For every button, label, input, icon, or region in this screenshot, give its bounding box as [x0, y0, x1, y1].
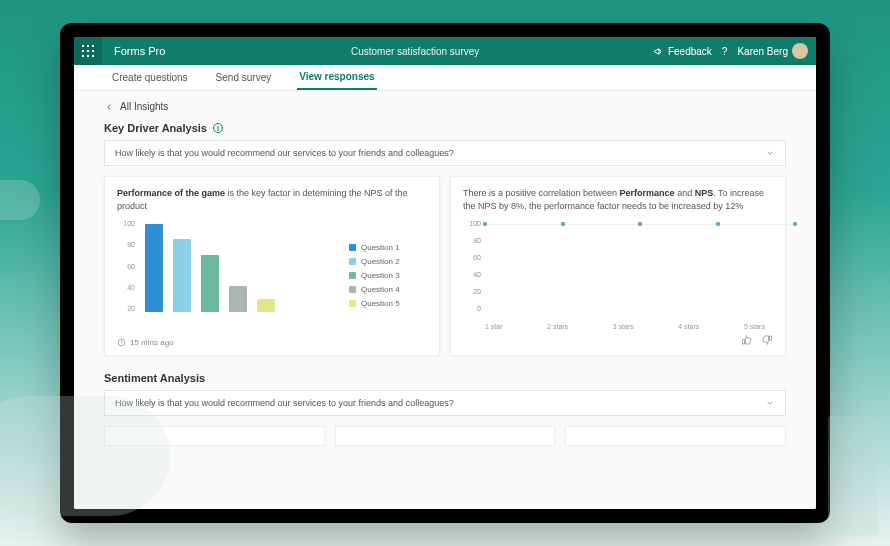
line-chart: 100806040200 1 star2 stars3 stars4 stars… [463, 220, 773, 330]
tab-bar: Create questions Send survey View respon… [74, 65, 816, 91]
bar-y-axis: 10080604020 [117, 220, 135, 312]
header-actions: Feedback ? Karen Berg [653, 43, 816, 59]
legend-swatch [349, 286, 356, 293]
chevron-down-icon [765, 148, 775, 158]
scatter-point [638, 222, 642, 226]
app-screen: Forms Pro Customer satisfaction survey F… [74, 37, 816, 509]
bar [201, 255, 219, 312]
legend-item: Question 4 [349, 285, 427, 294]
card-timestamp: 15 mins ago [117, 338, 427, 347]
user-name: Karen Berg [737, 46, 788, 57]
bg-decor [828, 416, 878, 536]
svg-rect-6 [82, 55, 84, 57]
app-name: Forms Pro [102, 45, 177, 57]
question-dropdown-sentiment[interactable]: How likely is that you would recommend o… [104, 390, 786, 416]
svg-rect-2 [92, 45, 94, 47]
tab-view-responses[interactable]: View responses [297, 65, 376, 90]
section-title-text: Key Driver Analysis [104, 122, 207, 134]
document-title: Customer satisfaction survey [177, 46, 653, 57]
svg-rect-1 [87, 45, 89, 47]
bg-decor [0, 396, 170, 516]
bar-legend: Question 1Question 2Question 3Question 4… [349, 220, 427, 330]
scatter-point [716, 222, 720, 226]
content-area: All Insights Key Driver Analysis i How l… [74, 91, 816, 509]
bar-chart: 10080604020 [117, 220, 341, 330]
bar [229, 286, 247, 312]
bar [173, 239, 191, 312]
legend-swatch [349, 244, 356, 251]
section-title-sentiment: Sentiment Analysis [104, 372, 786, 384]
bg-decor [0, 180, 40, 220]
tab-create-questions[interactable]: Create questions [110, 66, 190, 89]
sentiment-cards [104, 426, 786, 446]
section-title-key-driver: Key Driver Analysis i [104, 122, 786, 134]
line-card-text: There is a positive correlation between … [463, 187, 773, 212]
dropdown-label: How likely is that you would recommend o… [115, 398, 454, 408]
waffle-icon [82, 45, 94, 57]
plain-text: and [675, 188, 695, 198]
back-to-insights[interactable]: All Insights [104, 101, 786, 112]
bold-text: NPS [695, 188, 714, 198]
feedback-label: Feedback [668, 46, 712, 57]
app-launcher-button[interactable] [74, 37, 102, 65]
svg-rect-0 [82, 45, 84, 47]
svg-rect-4 [87, 50, 89, 52]
legend-label: Question 3 [361, 271, 400, 280]
line-y-axis: 100806040200 [463, 220, 481, 312]
legend-label: Question 4 [361, 285, 400, 294]
question-dropdown-key-driver[interactable]: How likely is that you would recommend o… [104, 140, 786, 166]
scatter-point [793, 222, 797, 226]
chevron-down-icon [765, 398, 775, 408]
placeholder-card [335, 426, 556, 446]
legend-label: Question 1 [361, 243, 400, 252]
scatter-point [561, 222, 565, 226]
bar-card-text: Performance of the game is the key facto… [117, 187, 427, 212]
legend-swatch [349, 272, 356, 279]
bold-text: Performance of the game [117, 188, 225, 198]
bar-chart-container: 10080604020 Question 1Question 2Question… [117, 220, 427, 330]
legend-swatch [349, 300, 356, 307]
legend-label: Question 5 [361, 299, 400, 308]
clock-icon [117, 338, 126, 347]
bar [145, 224, 163, 312]
legend-label: Question 2 [361, 257, 400, 266]
line-x-axis: 1 star2 stars3 stars4 stars5 stars [485, 323, 765, 330]
bar-plot-area [139, 224, 341, 312]
scatter-point [483, 222, 487, 226]
app-header: Forms Pro Customer satisfaction survey F… [74, 37, 816, 65]
feedback-button[interactable]: Feedback [653, 46, 712, 57]
thumbs-up-icon[interactable] [741, 334, 753, 346]
bar [257, 299, 275, 312]
arrow-left-icon [104, 102, 114, 112]
placeholder-card [565, 426, 786, 446]
svg-rect-8 [92, 55, 94, 57]
legend-swatch [349, 258, 356, 265]
svg-rect-7 [87, 55, 89, 57]
megaphone-icon [653, 46, 664, 57]
tab-send-survey[interactable]: Send survey [214, 66, 274, 89]
timestamp-text: 15 mins ago [130, 338, 174, 347]
thumbs-down-icon[interactable] [761, 334, 773, 346]
section-title-text: Sentiment Analysis [104, 372, 205, 384]
back-label: All Insights [120, 101, 168, 112]
device-frame: Forms Pro Customer satisfaction survey F… [60, 23, 830, 523]
bold-text: Performance [620, 188, 675, 198]
legend-item: Question 5 [349, 299, 427, 308]
insight-cards: Performance of the game is the key facto… [104, 176, 786, 356]
plain-text: There is a positive correlation between [463, 188, 620, 198]
legend-item: Question 2 [349, 257, 427, 266]
legend-item: Question 1 [349, 243, 427, 252]
legend-item: Question 3 [349, 271, 427, 280]
card-bar-chart: Performance of the game is the key facto… [104, 176, 440, 356]
svg-rect-5 [92, 50, 94, 52]
svg-rect-3 [82, 50, 84, 52]
card-line-chart: There is a positive correlation between … [450, 176, 786, 356]
help-button[interactable]: ? [722, 46, 728, 57]
info-icon[interactable]: i [213, 123, 223, 133]
user-menu[interactable]: Karen Berg [737, 43, 808, 59]
avatar [792, 43, 808, 59]
dropdown-label: How likely is that you would recommend o… [115, 148, 454, 158]
